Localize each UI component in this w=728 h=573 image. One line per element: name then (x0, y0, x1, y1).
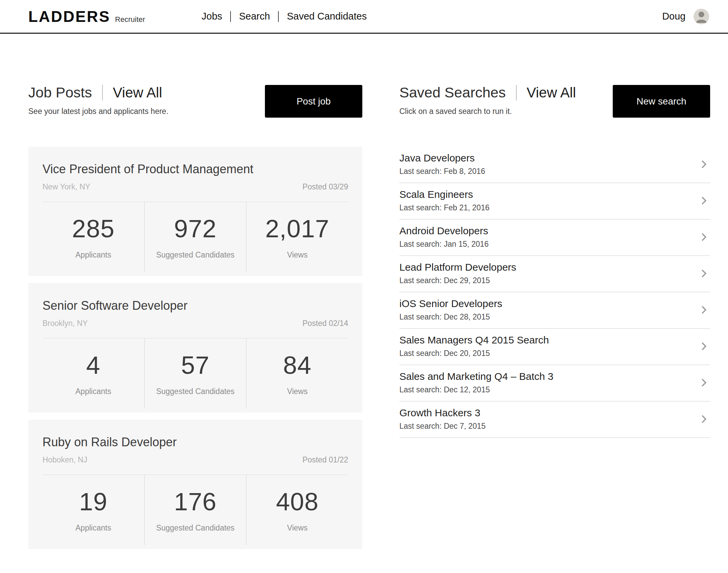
nav-item-jobs[interactable]: Jobs (202, 11, 222, 22)
new-search-button[interactable]: New search (613, 85, 710, 118)
job-posts-subtitle: See your latest jobs and applicants here… (28, 107, 169, 116)
stat-value: 19 (79, 487, 108, 516)
stat-views: 408 Views (246, 475, 348, 545)
stat-label: Views (287, 387, 308, 396)
saved-search-last-run: Last search: Dec 7, 2015 (399, 422, 687, 431)
saved-search-row[interactable]: Growth Hackers 3 Last search: Dec 7, 201… (399, 401, 710, 438)
nav-item-search[interactable]: Search (239, 11, 270, 22)
saved-search-row[interactable]: Java Developers Last search: Feb 8, 2016 (399, 147, 710, 183)
stat-label: Applicants (75, 523, 111, 533)
saved-search-title: Java Developers (399, 152, 687, 164)
chevron-right-icon (698, 306, 706, 314)
chevron-right-icon (698, 269, 706, 277)
stat-label: Suggested Candidates (156, 387, 235, 396)
job-posts-view-all-link[interactable]: View All (113, 85, 162, 101)
job-posts-header: Job Posts View All See your latest jobs … (28, 84, 362, 118)
job-location: New York, NY (42, 182, 90, 191)
main-nav: Jobs Search Saved Candidates (202, 0, 367, 33)
saved-search-row[interactable]: Android Developers Last search: Jan 15, … (399, 219, 710, 256)
stat-label: Suggested Candidates (156, 250, 235, 260)
stat-label: Views (287, 523, 308, 533)
stat-views: 2,017 Views (246, 202, 348, 272)
post-job-button[interactable]: Post job (265, 85, 362, 118)
job-posted-date: Posted 02/14 (302, 319, 348, 328)
user-name: Doug (662, 11, 686, 22)
saved-search-last-run: Last search: Dec 20, 2015 (399, 349, 687, 358)
saved-search-row[interactable]: Scala Engineers Last search: Feb 21, 201… (399, 183, 710, 219)
nav-divider (278, 11, 279, 22)
job-posts-title: Job Posts (28, 84, 92, 101)
top-bar: LADDERS Recruiter Jobs Search Saved Cand… (0, 0, 728, 34)
stat-label: Suggested Candidates (156, 523, 235, 533)
job-meta: Hoboken, NJ Posted 01/22 (42, 455, 348, 475)
title-divider (516, 85, 517, 100)
logo-wordmark: LADDERS (28, 7, 110, 26)
saved-search-title: Scala Engineers (399, 189, 687, 200)
saved-search-title: Growth Hackers 3 (399, 407, 687, 419)
job-meta: Brooklyn, NY Posted 02/14 (42, 319, 348, 338)
stat-label: Applicants (75, 250, 111, 260)
logo-product-label: Recruiter (115, 15, 145, 24)
job-card-list: Vice President of Product Management New… (28, 147, 362, 549)
saved-search-last-run: Last search: Feb 8, 2016 (399, 167, 687, 176)
chevron-right-icon (698, 197, 706, 205)
saved-searches-section: Saved Searches View All Click on a saved… (399, 84, 710, 438)
job-posted-date: Posted 03/29 (302, 182, 348, 191)
job-posts-section: Job Posts View All See your latest jobs … (28, 84, 362, 549)
saved-search-last-run: Last search: Dec 29, 2015 (399, 276, 687, 285)
job-title[interactable]: Ruby on Rails Developer (42, 435, 348, 449)
stat-applicants: 285 Applicants (42, 202, 144, 272)
person-icon (694, 9, 709, 24)
nav-divider (230, 11, 231, 22)
chevron-right-icon (698, 342, 706, 350)
saved-search-row[interactable]: iOS Senior Developers Last search: Dec 2… (399, 292, 710, 329)
saved-search-title: Android Developers (399, 225, 687, 237)
saved-search-last-run: Last search: Jan 15, 2016 (399, 240, 687, 249)
title-divider (102, 85, 103, 100)
job-meta: New York, NY Posted 03/29 (42, 182, 348, 202)
stat-value: 176 (174, 487, 216, 516)
user-avatar[interactable] (694, 9, 709, 24)
user-menu[interactable]: Doug (662, 9, 709, 24)
saved-searches-subtitle: Click on a saved search to run it. (399, 107, 576, 116)
saved-searches-header: Saved Searches View All Click on a saved… (399, 84, 710, 118)
job-title[interactable]: Vice President of Product Management (42, 162, 348, 176)
job-card[interactable]: Senior Software Developer Brooklyn, NY P… (28, 283, 362, 413)
stat-label: Applicants (75, 387, 111, 396)
job-card[interactable]: Ruby on Rails Developer Hoboken, NJ Post… (28, 420, 362, 549)
stat-value: 972 (174, 214, 216, 243)
job-location: Brooklyn, NY (42, 319, 88, 328)
job-posts-titles: Job Posts View All See your latest jobs … (28, 84, 169, 116)
saved-searches-view-all-link[interactable]: View All (527, 85, 576, 101)
stat-value: 2,017 (265, 214, 329, 243)
saved-searches-titles: Saved Searches View All Click on a saved… (399, 84, 576, 116)
saved-searches-title: Saved Searches (399, 84, 506, 101)
saved-search-title: Sales Managers Q4 2015 Search (399, 334, 687, 346)
chevron-right-icon (698, 160, 706, 168)
job-stats: 285 Applicants 972 Suggested Candidates … (42, 202, 348, 272)
stat-value: 84 (283, 351, 311, 380)
chevron-right-icon (698, 233, 706, 241)
job-stats: 19 Applicants 176 Suggested Candidates 4… (42, 475, 348, 545)
stat-applicants: 19 Applicants (42, 475, 144, 545)
stat-applicants: 4 Applicants (42, 338, 144, 409)
stat-suggested-candidates: 972 Suggested Candidates (144, 202, 246, 272)
stat-suggested-candidates: 176 Suggested Candidates (144, 475, 246, 545)
logo[interactable]: LADDERS Recruiter (28, 7, 145, 26)
job-card[interactable]: Vice President of Product Management New… (28, 147, 362, 276)
saved-search-row[interactable]: Sales Managers Q4 2015 Search Last searc… (399, 329, 710, 365)
saved-search-row[interactable]: Lead Platform Developers Last search: De… (399, 256, 710, 292)
job-stats: 4 Applicants 57 Suggested Candidates 84 … (42, 338, 348, 409)
saved-search-row[interactable]: Sales and Marketing Q4 – Batch 3 Last se… (399, 365, 710, 401)
nav-item-saved-candidates[interactable]: Saved Candidates (287, 11, 367, 22)
stat-label: Views (287, 250, 308, 260)
saved-search-list: Java Developers Last search: Feb 8, 2016… (399, 147, 710, 438)
dashboard: Job Posts View All See your latest jobs … (0, 34, 728, 549)
stat-value: 4 (86, 351, 100, 380)
saved-search-last-run: Last search: Feb 21, 2016 (399, 203, 687, 212)
job-posted-date: Posted 01/22 (302, 455, 348, 464)
stat-value: 285 (72, 214, 115, 243)
saved-search-title: Sales and Marketing Q4 – Batch 3 (399, 371, 687, 382)
job-title[interactable]: Senior Software Developer (42, 299, 348, 313)
saved-search-last-run: Last search: Dec 28, 2015 (399, 312, 687, 322)
